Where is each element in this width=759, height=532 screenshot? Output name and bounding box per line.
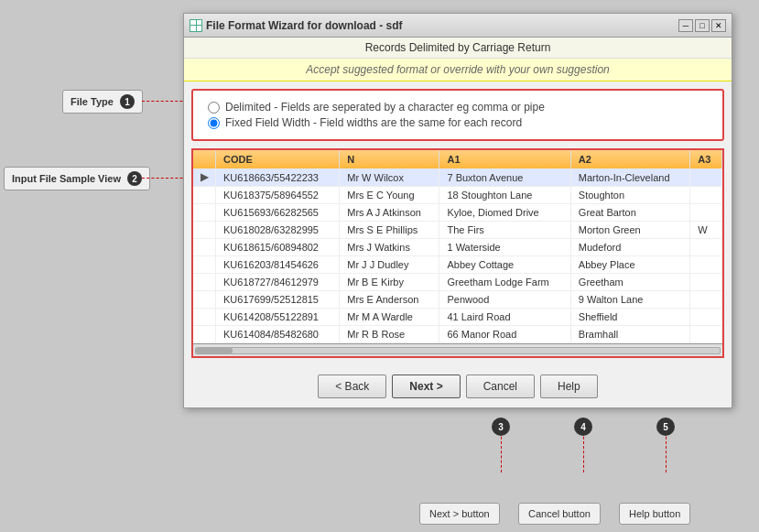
row-code: KU618727/84612979 <box>216 274 340 291</box>
table-row: ▶ KU618663/55422233 Mr W Wilcox 7 Buxton… <box>193 168 722 187</box>
table-inner[interactable]: CODE N A1 A2 A3 ▶ KU618663/55422233 Mr W… <box>193 150 722 343</box>
col-code: CODE <box>216 150 340 168</box>
next-dot: 3 <box>492 418 510 436</box>
next-button[interactable]: Next > <box>392 375 460 398</box>
row-a3 <box>690 274 722 291</box>
scroll-track <box>195 347 721 354</box>
row-a1: The Firs <box>439 222 570 239</box>
table-row: KU614208/55122891 Mr M A Wardle 41 Laird… <box>193 309 722 326</box>
input-sample-callout: Input File Sample View 2 <box>4 167 150 190</box>
row-a2: Mudeford <box>570 239 689 256</box>
row-a2: Stoughton <box>570 187 689 204</box>
cancel-dot: 4 <box>574 418 592 436</box>
row-arrow <box>193 187 216 204</box>
row-a2: Sheffield <box>570 309 689 326</box>
radio-fixed[interactable] <box>208 117 220 129</box>
row-n: Mrs J Watkins <box>340 239 439 256</box>
row-n: Mrs E C Young <box>340 187 439 204</box>
file-type-number: 1 <box>120 94 135 109</box>
input-sample-number: 2 <box>127 171 142 186</box>
row-a3 <box>690 309 722 326</box>
col-a3: A3 <box>690 150 722 168</box>
row-arrow <box>193 256 216 274</box>
table-row: KU615693/66282565 Mrs A J Atkinson Kyloe… <box>193 204 722 222</box>
row-n: Mr M A Wardle <box>340 309 439 326</box>
help-annotation-label: Help button <box>619 503 690 525</box>
horizontal-scrollbar[interactable] <box>193 343 722 356</box>
row-a3 <box>690 204 722 222</box>
suggestion-bar: Accept suggested format or override with… <box>184 59 732 81</box>
row-n: Mrs E Anderson <box>340 291 439 309</box>
row-code: KU618663/55422233 <box>216 168 340 187</box>
row-n: Mr J J Dudley <box>340 256 439 274</box>
row-a3: W <box>690 222 722 239</box>
maximize-button[interactable]: □ <box>695 19 710 32</box>
col-n: N <box>340 150 439 168</box>
row-code: KU615693/66282565 <box>216 204 340 222</box>
button-row: < Back Next > Cancel Help <box>184 365 732 407</box>
radio-row-delimited: Delimited - Fields are seperated by a ch… <box>208 101 708 114</box>
row-arrow <box>193 274 216 291</box>
row-a2: Great Barton <box>570 204 689 222</box>
col-a1: A1 <box>439 150 570 168</box>
row-a2: Abbey Place <box>570 256 689 274</box>
col-arrow <box>193 150 216 168</box>
help-button[interactable]: Help <box>540 375 598 398</box>
row-a1: 7 Buxton Avenue <box>439 168 570 187</box>
suggestion-text: Accept suggested format or override with… <box>306 63 610 76</box>
row-a3 <box>690 326 722 343</box>
row-a2: Bramhall <box>570 326 689 343</box>
row-a1: Kyloe, Diomed Drive <box>439 204 570 222</box>
row-arrow: ▶ <box>193 168 216 187</box>
row-arrow <box>193 222 216 239</box>
radio-delimited[interactable] <box>208 102 220 114</box>
row-a2: Morton Green <box>570 222 689 239</box>
row-arrow <box>193 204 216 222</box>
title-icon <box>190 19 202 32</box>
col-a2: A2 <box>570 150 689 168</box>
row-code: KU618375/58964552 <box>216 187 340 204</box>
table-row: KU614084/85482680 Mr R B Rose 66 Manor R… <box>193 326 722 343</box>
row-n: Mr W Wilcox <box>340 168 439 187</box>
row-arrow <box>193 309 216 326</box>
title-bar: File Format Wizard for download - sdf ─ … <box>184 14 732 38</box>
input-sample-label: Input File Sample View <box>12 173 121 184</box>
row-a1: 18 Stoughton Lane <box>439 187 570 204</box>
row-a3 <box>690 256 722 274</box>
row-a1: Penwood <box>439 291 570 309</box>
row-a3 <box>690 168 722 187</box>
row-code: KU618028/63282995 <box>216 222 340 239</box>
dialog-window: File Format Wizard for download - sdf ─ … <box>183 13 732 408</box>
row-a1: 1 Waterside <box>439 239 570 256</box>
close-button[interactable]: ✕ <box>711 19 726 32</box>
row-a1: Greetham Lodge Farm <box>439 274 570 291</box>
scroll-thumb <box>196 348 233 353</box>
row-a1: 41 Laird Road <box>439 309 570 326</box>
row-a3 <box>690 291 722 309</box>
data-table: CODE N A1 A2 A3 ▶ KU618663/55422233 Mr W… <box>193 150 722 343</box>
row-code: KU616203/81454626 <box>216 256 340 274</box>
row-a2: Greetham <box>570 274 689 291</box>
radio-delimited-label: Delimited - Fields are seperated by a ch… <box>225 101 545 114</box>
next-annotation-label: Next > button <box>419 503 500 525</box>
row-n: Mrs S E Phillips <box>340 222 439 239</box>
table-row: KU617699/52512815 Mrs E Anderson Penwood… <box>193 291 722 309</box>
row-a3 <box>690 239 722 256</box>
row-a3 <box>690 187 722 204</box>
row-arrow <box>193 239 216 256</box>
radio-fixed-label: Fixed Field Width - Field widths are the… <box>225 116 522 129</box>
row-a1: 66 Manor Road <box>439 326 570 343</box>
row-code: KU614084/85482680 <box>216 326 340 343</box>
row-n: Mrs A J Atkinson <box>340 204 439 222</box>
radio-row-fixed: Fixed Field Width - Field widths are the… <box>208 116 708 129</box>
top-label-bar: Records Delimited by Carriage Return <box>184 38 732 59</box>
minimize-button[interactable]: ─ <box>678 19 693 32</box>
file-type-callout: File Type 1 <box>62 90 143 114</box>
data-table-container: CODE N A1 A2 A3 ▶ KU618663/55422233 Mr W… <box>191 148 724 358</box>
table-row: KU618727/84612979 Mr B E Kirby Greetham … <box>193 274 722 291</box>
table-row: KU618375/58964552 Mrs E C Young 18 Stoug… <box>193 187 722 204</box>
back-button[interactable]: < Back <box>318 375 386 398</box>
table-header-row: CODE N A1 A2 A3 <box>193 150 722 168</box>
cancel-button[interactable]: Cancel <box>466 375 535 398</box>
row-a1: Abbey Cottage <box>439 256 570 274</box>
